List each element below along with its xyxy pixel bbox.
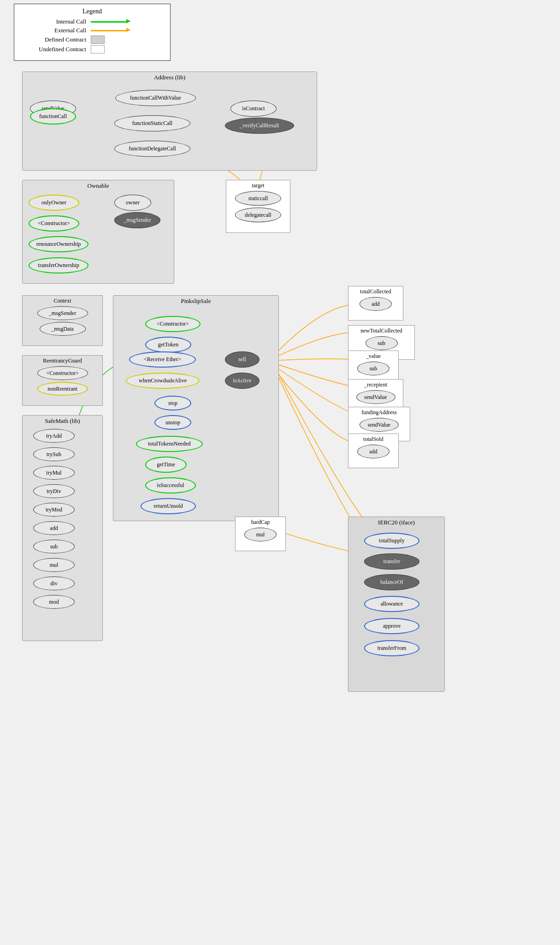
node-stop: stop [154, 396, 191, 410]
node-totalSupply: totalSupply [364, 533, 419, 549]
value-title: _value [352, 353, 395, 360]
target-box: target staticcall delegatecall [226, 180, 290, 233]
node-add-safemath: add [33, 521, 75, 535]
node-constructor-ownable: <Constructor> [29, 215, 79, 232]
node-renounceOwnership: renounceOwnership [29, 236, 88, 252]
node-sub-value: sub [357, 362, 389, 375]
legend-internal-call-label: Internal Call [22, 18, 86, 25]
total-sold-title: totalSold [352, 436, 395, 443]
context-box: Context _msgSender _msgData [22, 295, 103, 346]
node-nonReentrant: nonReentrant [37, 382, 88, 396]
new-total-collected-title: newTotalCollected [352, 327, 411, 334]
node-transferOwnership: transferOwnership [29, 257, 88, 273]
node-unstop: unstop [154, 415, 191, 430]
node-staticcall: staticcall [235, 191, 281, 206]
legend-box: Legend Internal Call External Call Defin… [14, 4, 171, 61]
node-returnUnsold: returnUnsold [141, 498, 196, 514]
node-transferFrom: transferFrom [364, 640, 419, 656]
legend-undefined-row: Undefined Contract [22, 45, 163, 53]
target-title: target [230, 182, 286, 189]
node-constructor-pinkslip: <Constructor> [145, 316, 200, 332]
node-div-safemath: div [33, 577, 75, 590]
node-mul-safemath: mul [33, 558, 75, 572]
legend-external-call-line [91, 30, 128, 31]
total-collected-title: totalCollected [352, 288, 399, 295]
legend-defined-rect [91, 36, 105, 44]
hardcap-title: hardCap [239, 519, 282, 526]
total-collected-box: totalCollected add [348, 286, 403, 321]
node-sendValue-recepient: sendValue [356, 390, 395, 404]
legend-undefined-label: Undefined Contract [22, 46, 86, 53]
funding-address-title: fundingAddress [352, 409, 406, 416]
node-tryDiv: tryDiv [33, 484, 75, 498]
legend-title: Legend [22, 8, 163, 15]
legend-internal-call-row: Internal Call [22, 18, 163, 25]
node-totalTokensNeeded: totalTokensNeeded [136, 436, 203, 452]
node-trySub: trySub [33, 447, 75, 461]
address-lib-title: Address (lib) [23, 72, 317, 81]
node-msgSender-context: _msgSender [37, 306, 88, 320]
node-verifyCallResult: _verifyCallResult [225, 118, 294, 134]
node-isSuccessful: isSuccessful [145, 477, 196, 493]
node-mod-safemath: mod [33, 595, 75, 609]
node-functionStaticCall: functionStaticCall [114, 115, 190, 131]
node-receiveEther: <Receive Ether> [129, 351, 196, 368]
node-isActive: isActive [225, 373, 259, 389]
node-isContract: isContract [230, 101, 277, 117]
hardcap-box: hardCap mul [235, 517, 286, 551]
node-tryAdd: tryAdd [33, 429, 75, 443]
node-tryMod: tryMod [33, 503, 75, 517]
node-sell: sell [225, 351, 259, 368]
node-transfer: transfer [364, 553, 419, 570]
pinkslip-title: PinkslipSale [113, 296, 278, 305]
node-getToken: getToken [145, 337, 191, 353]
node-add-totalcollected: add [360, 297, 392, 311]
safemath-title: SafeMath (lib) [23, 416, 102, 425]
node-msgSender-ownable: _msgSender [114, 212, 160, 228]
node-mul-hardcap: mul [244, 528, 277, 541]
node-functionCallWithValue: functionCallWithValue [115, 90, 196, 106]
node-sub-newtotalcollected: sub [365, 336, 398, 350]
node-tryMul: tryMul [33, 466, 75, 480]
legend-external-call-label: External Call [22, 27, 86, 34]
node-sub-safemath: sub [33, 540, 75, 553]
reentrancy-title: ReentrancyGuard [26, 357, 99, 364]
node-approve: approve [364, 618, 419, 634]
ownable-title: Ownable [23, 180, 174, 190]
pinkslip-box: PinkslipSale [113, 295, 279, 521]
recepient-title: _recepient [352, 381, 399, 388]
node-msgData-context: _msgData [40, 322, 86, 336]
legend-external-call-row: External Call [22, 27, 163, 34]
legend-undefined-rect [91, 45, 105, 53]
legend-defined-row: Defined Contract [22, 36, 163, 44]
node-functionDelegateCall: functionDelegateCall [114, 141, 190, 157]
node-add-totalsold: add [357, 445, 389, 458]
legend-internal-call-line [91, 21, 128, 23]
node-functionCall: functionCall [30, 108, 76, 125]
ierc20-title: IERC20 (iface) [348, 517, 444, 526]
node-balanceOf: balanceOf [364, 574, 419, 590]
node-whenCrowdsaleAlive: whenCrowdsaleAlive [126, 373, 200, 389]
node-constructor-reentrancy: <Constructor> [37, 366, 88, 380]
node-getTime: getTime [145, 457, 187, 473]
main-canvas: Legend Internal Call External Call Defin… [0, 0, 560, 945]
reentrancy-box: ReentrancyGuard <Constructor> nonReentra… [22, 355, 103, 406]
node-owner: owner [114, 195, 151, 211]
total-sold-box: totalSold add [348, 434, 399, 468]
legend-defined-label: Defined Contract [22, 36, 86, 43]
node-sendValue-funding: sendValue [360, 418, 399, 432]
node-delegatecall: delegatecall [235, 208, 281, 222]
node-onlyOwner: onlyOwner [29, 195, 79, 211]
context-title: Context [26, 297, 99, 304]
node-allowance: allowance [364, 596, 419, 612]
